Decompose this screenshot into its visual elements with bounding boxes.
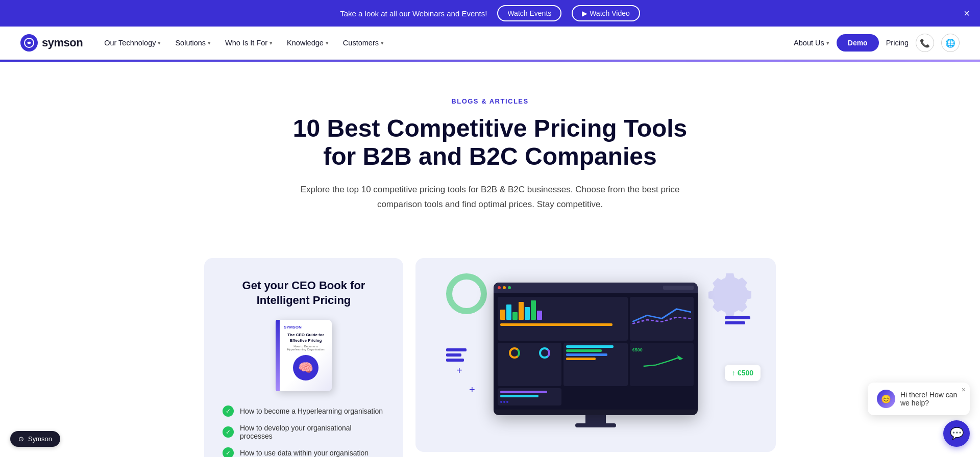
nav-pricing[interactable]: Pricing — [886, 39, 909, 47]
arrow-chart-svg — [632, 354, 691, 369]
svg-marker-1 — [677, 355, 683, 360]
nav-left: Our Technology ▾ Solutions ▾ Who Is It F… — [98, 35, 794, 51]
checklist-text-2: How to develop your organisational proce… — [240, 424, 385, 440]
floating-card: ↑ €500 — [725, 365, 761, 381]
screen-panel-5: €500 — [630, 343, 694, 386]
demo-button[interactable]: Demo — [837, 34, 879, 52]
plus-icon-left: + — [456, 365, 462, 376]
screen-panel-3 — [498, 343, 561, 386]
navbar: symson Our Technology ▾ Solutions ▾ Who … — [0, 27, 980, 60]
nav-item-technology[interactable]: Our Technology ▾ — [98, 35, 167, 51]
nav-item-who-is-it-for[interactable]: Who Is It For ▾ — [219, 35, 279, 51]
brain-icon: 🧠 — [293, 355, 318, 380]
chat-bubble: 😊 Hi there! How can we help? × — [868, 383, 970, 415]
globe-icon-button[interactable]: 🌐 — [941, 34, 960, 52]
checklist-item-1: ✓ How to become a Hyperlearning organisa… — [223, 405, 385, 417]
gear-decoration — [704, 268, 755, 319]
checklist-item-3: ✓ How to use data within your organisati… — [223, 447, 385, 457]
check-icon-1: ✓ — [223, 405, 234, 417]
hero-description: Explore the top 10 competitive pricing t… — [296, 183, 684, 212]
monitor-base — [575, 423, 616, 427]
globe-icon: 🌐 — [945, 38, 955, 48]
symson-toggle[interactable]: ⊙ Symson — [10, 431, 60, 447]
dashboard-card: €500 — [415, 258, 776, 452]
monitor-stand — [585, 415, 606, 423]
nav-item-knowledge[interactable]: Knowledge ▾ — [281, 35, 335, 51]
screen-panel-4 — [564, 343, 627, 386]
monitor-screen: €500 — [494, 293, 698, 410]
top-banner: Take a look at all our Webinars and Even… — [0, 0, 980, 27]
book-visual: SYMSON The CEO Guide for Effective Prici… — [223, 320, 385, 391]
nav-label: Knowledge — [287, 39, 324, 47]
checklist-text-3: How to use data within your organisation — [240, 449, 369, 457]
checklist-text-1: How to become a Hyperlearning organisati… — [240, 407, 383, 415]
nav-item-solutions[interactable]: Solutions ▾ — [169, 35, 217, 51]
book-subtitle: How to Become a Hyperlearning Organisati… — [284, 345, 328, 351]
logo-link[interactable]: symson — [20, 34, 83, 52]
chevron-down-icon: ▾ — [158, 40, 161, 46]
logo-icon — [20, 34, 38, 52]
logo-text: symson — [42, 36, 83, 49]
book-cover: SYMSON The CEO Guide for Effective Prici… — [276, 320, 332, 391]
book-logo-text: SYMSON — [284, 325, 302, 329]
monitor: €500 — [494, 283, 698, 415]
screen-panel-1 — [498, 297, 628, 340]
nav-label: Who Is It For — [225, 39, 267, 47]
hero-title: 10 Best Competitive Pricing Tools for B2… — [281, 114, 699, 170]
hero-category: BLOGS & ARTICLES — [281, 97, 699, 105]
toggle-icon: ⊙ — [18, 435, 24, 443]
chat-open-button[interactable]: 💬 — [943, 420, 970, 447]
nav-label: Solutions — [175, 39, 206, 47]
plus-icon-left2: + — [469, 384, 475, 396]
chevron-down-icon: ▾ — [326, 40, 329, 46]
chevron-down-icon: ▾ — [826, 40, 829, 46]
line-chart-svg — [632, 299, 691, 325]
screen-panel-6 — [498, 388, 561, 405]
book-title: The CEO Guide for Effective Pricing — [284, 333, 328, 343]
nav-about-us[interactable]: About Us ▾ — [794, 39, 829, 47]
watch-events-button[interactable]: Watch Events — [497, 5, 561, 21]
chevron-down-icon: ▾ — [270, 40, 273, 46]
chevron-down-icon: ▾ — [208, 40, 211, 46]
nav-right: About Us ▾ Demo Pricing 📞 🌐 — [794, 34, 960, 52]
checklist-item-2: ✓ How to develop your organisational pro… — [223, 424, 385, 440]
screen-panel-2 — [630, 297, 694, 340]
right-bars-top — [725, 316, 750, 324]
watch-video-button[interactable]: ▶ Watch Video — [572, 5, 640, 21]
nav-item-customers[interactable]: Customers ▾ — [337, 35, 390, 51]
ceo-card-title: Get your CEO Book for Intelligent Pricin… — [223, 278, 385, 308]
toggle-label: Symson — [28, 435, 52, 443]
banner-close-button[interactable]: × — [964, 8, 970, 18]
phone-icon: 📞 — [920, 38, 930, 48]
check-icon-2: ✓ — [223, 426, 234, 438]
monitor-topbar — [494, 283, 698, 293]
nav-label: Our Technology — [104, 39, 156, 47]
chevron-down-icon: ▾ — [381, 40, 384, 46]
ceo-book-card: Get your CEO Book for Intelligent Pricin… — [204, 258, 403, 457]
about-label: About Us — [794, 39, 824, 47]
nav-label: Customers — [343, 39, 379, 47]
chat-icon: 💬 — [950, 427, 964, 440]
banner-text: Take a look at all our Webinars and Even… — [340, 9, 487, 18]
check-icon-3: ✓ — [223, 447, 234, 457]
cards-row: Get your CEO Book for Intelligent Pricin… — [184, 258, 796, 457]
chat-avatar: 😊 — [877, 390, 895, 408]
left-bars — [446, 348, 467, 362]
monitor-container: €500 — [494, 283, 698, 427]
chat-widget: 😊 Hi there! How can we help? × 💬 — [868, 383, 970, 447]
hero-section: BLOGS & ARTICLES 10 Best Competitive Pri… — [260, 62, 720, 238]
circle-decoration — [446, 273, 487, 314]
checklist: ✓ How to become a Hyperlearning organisa… — [223, 405, 385, 457]
chat-close-button[interactable]: × — [962, 386, 966, 394]
phone-icon-button[interactable]: 📞 — [916, 34, 934, 52]
chat-message: Hi there! How can we help? — [900, 391, 961, 407]
